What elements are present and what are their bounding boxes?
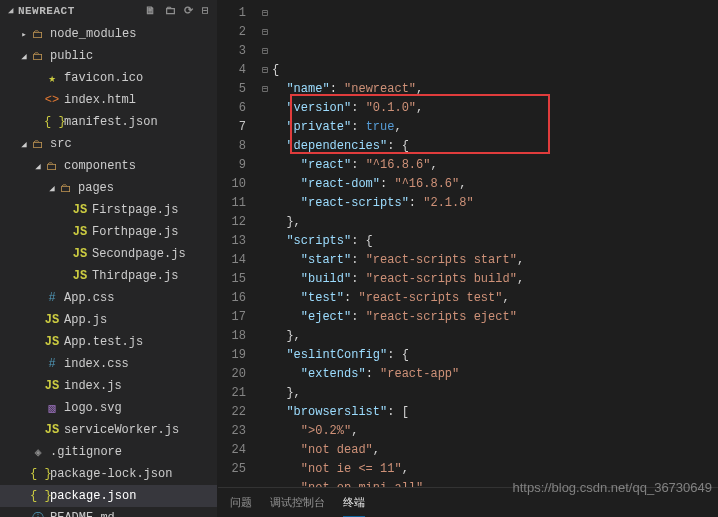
tree-item-label: App.test.js xyxy=(64,335,143,349)
tree-item-label: Secondpage.js xyxy=(92,247,186,261)
tree-item[interactable]: ◢🗀components xyxy=(0,155,217,177)
tree-item-label: Thirdpage.js xyxy=(92,269,178,283)
tree-item-label: index.css xyxy=(64,357,129,371)
editor-pane: 1234567891011121314151617181920212223242… xyxy=(218,0,718,517)
tree-item[interactable]: JSSecondpage.js xyxy=(0,243,217,265)
folder-icon: 🗀 xyxy=(30,49,46,64)
tree-item-label: src xyxy=(50,137,72,151)
file-tree: ▸🗀node_modules◢🗀public★favicon.ico<>inde… xyxy=(0,21,217,517)
json-icon: { } xyxy=(30,489,46,503)
tree-item[interactable]: ◢🗀src xyxy=(0,133,217,155)
tree-item-label: manifest.json xyxy=(64,115,158,129)
tab-terminal[interactable]: 终端 xyxy=(343,489,365,517)
fold-column[interactable]: ⊟⊟⊟⊟⊟ xyxy=(258,0,272,487)
chevron-icon: ◢ xyxy=(18,51,30,62)
tree-item-label: Firstpage.js xyxy=(92,203,178,217)
svg-icon: ▧ xyxy=(44,401,60,416)
star-icon: ★ xyxy=(44,71,60,86)
collapse-icon[interactable]: ⊟ xyxy=(202,4,209,17)
git-icon: ◈ xyxy=(30,445,46,460)
css-icon: # xyxy=(44,291,60,305)
tree-item[interactable]: JSserviceWorker.js xyxy=(0,419,217,441)
js-icon: JS xyxy=(44,379,60,393)
chevron-down-icon: ◢ xyxy=(8,5,14,16)
chevron-icon: ▸ xyxy=(18,29,30,40)
tree-item[interactable]: ◈.gitignore xyxy=(0,441,217,463)
tree-item[interactable]: ▧logo.svg xyxy=(0,397,217,419)
tree-item[interactable]: JSThirdpage.js xyxy=(0,265,217,287)
tree-item-label: pages xyxy=(78,181,114,195)
folder-icon: 🗀 xyxy=(44,159,60,174)
js-icon: JS xyxy=(72,247,88,261)
tree-item-label: public xyxy=(50,49,93,63)
js-icon: JS xyxy=(72,269,88,283)
html-icon: <> xyxy=(44,93,60,107)
chevron-icon: ◢ xyxy=(18,139,30,150)
tree-item-label: App.js xyxy=(64,313,107,327)
tree-item[interactable]: JSApp.test.js xyxy=(0,331,217,353)
tree-item[interactable]: JSForthpage.js xyxy=(0,221,217,243)
tree-item[interactable]: { }manifest.json xyxy=(0,111,217,133)
tree-item[interactable]: JSApp.js xyxy=(0,309,217,331)
tree-item[interactable]: <>index.html xyxy=(0,89,217,111)
tree-item-label: package-lock.json xyxy=(50,467,172,481)
watermark-text: https://blog.csdn.net/qq_36730649 xyxy=(513,480,713,495)
chevron-icon: ◢ xyxy=(32,161,44,172)
folder-icon: 🗀 xyxy=(30,27,46,42)
tree-item[interactable]: ◢🗀public xyxy=(0,45,217,67)
tab-problems[interactable]: 问题 xyxy=(230,495,252,510)
tree-item[interactable]: #App.css xyxy=(0,287,217,309)
explorer-sidebar: ◢ NEWREACT 🗎 🗀 ⟳ ⊟ ▸🗀node_modules◢🗀publi… xyxy=(0,0,218,517)
tree-item[interactable]: #index.css xyxy=(0,353,217,375)
tab-debug-console[interactable]: 调试控制台 xyxy=(270,495,325,510)
tree-item-label: .gitignore xyxy=(50,445,122,459)
tree-item[interactable]: JSindex.js xyxy=(0,375,217,397)
js-icon: JS xyxy=(44,313,60,327)
tree-item[interactable]: ◢🗀pages xyxy=(0,177,217,199)
refresh-icon[interactable]: ⟳ xyxy=(184,4,194,17)
new-folder-icon[interactable]: 🗀 xyxy=(165,4,177,17)
tree-item-label: serviceWorker.js xyxy=(64,423,179,437)
tree-item[interactable]: ★favicon.ico xyxy=(0,67,217,89)
tree-item-label: logo.svg xyxy=(64,401,122,415)
tree-item[interactable]: { }package-lock.json xyxy=(0,463,217,485)
tree-item-label: index.html xyxy=(64,93,136,107)
folder-icon: 🗀 xyxy=(30,137,46,152)
tree-item[interactable]: { }package.json xyxy=(0,485,217,507)
tree-item-label: App.css xyxy=(64,291,114,305)
explorer-actions: 🗎 🗀 ⟳ ⊟ xyxy=(145,4,209,17)
tree-item-label: node_modules xyxy=(50,27,136,41)
line-number-gutter: 1234567891011121314151617181920212223242… xyxy=(218,0,258,487)
js-icon: JS xyxy=(72,203,88,217)
js-icon: JS xyxy=(44,335,60,349)
json-icon: { } xyxy=(30,467,46,481)
css-icon: # xyxy=(44,357,60,371)
chevron-icon: ◢ xyxy=(46,183,58,194)
tree-item-label: index.js xyxy=(64,379,122,393)
tree-item[interactable]: ⓘREADME.md xyxy=(0,507,217,517)
tree-item-label: components xyxy=(64,159,136,173)
code-content[interactable]: { "name": "newreact", "version": "0.1.0"… xyxy=(272,0,718,487)
tree-item[interactable]: JSFirstpage.js xyxy=(0,199,217,221)
tree-item-label: favicon.ico xyxy=(64,71,143,85)
code-area[interactable]: 1234567891011121314151617181920212223242… xyxy=(218,0,718,487)
md-icon: ⓘ xyxy=(30,510,46,518)
tree-item-label: Forthpage.js xyxy=(92,225,178,239)
tree-item[interactable]: ▸🗀node_modules xyxy=(0,23,217,45)
new-file-icon[interactable]: 🗎 xyxy=(145,4,157,17)
tree-item-label: README.md xyxy=(50,511,115,517)
js-icon: JS xyxy=(44,423,60,437)
tree-item-label: package.json xyxy=(50,489,136,503)
project-title: NEWREACT xyxy=(18,5,75,17)
folder-icon: 🗀 xyxy=(58,181,74,196)
explorer-header[interactable]: ◢ NEWREACT 🗎 🗀 ⟳ ⊟ xyxy=(0,0,217,21)
json-icon: { } xyxy=(44,115,60,129)
js-icon: JS xyxy=(72,225,88,239)
